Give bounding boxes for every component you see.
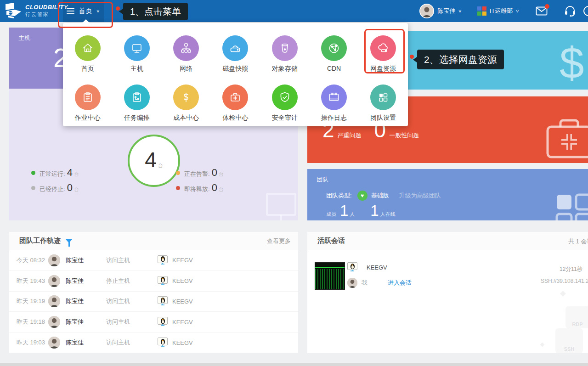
status-dot-icon [176,186,180,190]
brand-name: CLOUDBILITY [25,4,68,11]
sparkle-decoration [540,343,545,347]
calendar-icon [321,84,347,110]
bottom-scrollbar[interactable] [0,363,588,366]
menu-item-cost-center[interactable]: 成本中心 [162,84,211,122]
filter-icon[interactable] [65,239,73,243]
track-time: 昨天 19:03 [9,338,45,347]
chevron-down-icon: ∨ [96,9,100,13]
brand-logo[interactable]: CLOUDBILITY 行云管家 [5,2,68,19]
menu-item-netdisk[interactable]: 网盘资源 [359,35,408,73]
support-button[interactable] [564,6,576,17]
ssh-ghost-icon: SSH [555,328,583,353]
track-action: 访问主机 [106,318,158,326]
menu-item-cdn[interactable]: CDN [309,35,358,73]
severe-issues-label: 严重问题 [338,131,362,140]
work-track-row[interactable]: 今天 08:32陈宝佳访问主机KEEGV [9,250,298,271]
main-menu-dropdown: 首页主机网络磁盘快照对象存储CDN网盘资源 作业中心任务编排成本中心体检中心安全… [63,23,408,126]
status-dot-icon [176,171,180,175]
legend-value: 0 [212,182,217,194]
host-legend-item: 正在告警:0台 [176,167,224,179]
linux-host-icon [158,317,168,327]
medkit-watermark-icon [544,115,588,161]
user-menu[interactable]: 陈宝佳 ∨ [419,4,462,18]
view-more-link[interactable]: 查看更多 [267,237,291,245]
members-label: 成员 [326,211,336,218]
track-host-name: KEEGV [172,319,193,326]
menu-item-network[interactable]: 网络 [162,35,211,73]
host-card-title: 主机 [18,34,30,42]
menu-item-operation-logs[interactable]: 操作日志 [309,84,358,122]
linux-host-icon [158,255,168,265]
track-host-name: KEEGV [172,339,193,346]
menu-item-label: 体检中心 [211,114,260,122]
legend-label: 已经停止: [40,185,65,193]
menu-item-label: 团队设置 [359,114,408,122]
chevron-down-icon: ∨ [458,9,462,13]
clipboard-list-icon [75,84,101,110]
members-value: 1 [340,202,348,220]
host-total-unit: 台 [158,162,163,169]
team-selector[interactable]: IT运维部 ∨ [477,6,519,16]
disk-snapshot-icon [222,35,248,61]
user-avatar [48,337,60,349]
menu-item-label: 操作日志 [309,114,358,122]
general-issues-label: 一般性问题 [389,131,419,140]
monitor-icon [124,35,150,61]
user-avatar [419,4,434,18]
online-unit: 人在线 [380,211,396,218]
menu-item-job-center[interactable]: 作业中心 [63,84,112,122]
menu-item-label: 网盘资源 [359,65,408,73]
legend-value: 4 [67,167,73,179]
track-host-name: KEEGV [172,277,193,284]
upgrade-team-link[interactable]: 升级为高级团队 [399,191,441,200]
track-user-name: 陈宝佳 [66,256,106,265]
session-user-name: 我 [362,279,368,287]
linux-host-icon [347,262,357,272]
track-action: 访问主机 [106,256,158,265]
sitemap-icon [173,35,199,61]
step1-callout: 1、点击菜单 [123,3,188,20]
legend-value: 0 [212,167,217,179]
main-menu-button[interactable]: 首页 ∨ [63,0,104,22]
track-time: 昨天 19:18 [9,318,45,326]
team-work-track-panel: 团队工作轨迹 查看更多 今天 08:32陈宝佳访问主机KEEGV昨天 19:43… [9,232,298,353]
online-value: 1 [370,202,379,220]
menu-item-home[interactable]: 首页 [63,35,112,73]
work-track-row[interactable]: 昨天 19:18陈宝佳访问主机KEEGV [9,312,298,332]
menu-item-disk-snapshot[interactable]: 磁盘快照 [211,35,260,73]
menu-item-object-storage[interactable]: 对象存储 [260,35,309,73]
clipboard-flow-icon [124,84,150,110]
menu-item-label: 磁盘快照 [211,65,260,73]
menu-item-health-center[interactable]: 体检中心 [211,84,260,122]
menu-item-label: 主机 [112,65,161,73]
work-track-row[interactable]: 昨天 19:19陈宝佳访问主机KEEGV [9,292,298,312]
menu-item-security-audit[interactable]: 安全审计 [260,84,309,122]
enter-session-link[interactable]: 进入会话 [388,279,412,287]
chevron-down-icon: ∨ [515,9,520,13]
track-time: 今天 08:32 [9,256,45,265]
session-address: SSH://39.108.141.220:2 [541,278,588,284]
menu-item-task-orchestration[interactable]: 任务编排 [112,84,161,122]
team-card-title: 团队 [317,175,328,184]
work-track-row[interactable]: 昨天 19:03陈宝佳访问主机KEEGV [9,332,298,353]
menu-item-team-settings[interactable]: 团队设置 [359,84,408,122]
shield-check-icon [272,84,298,110]
track-user-name: 陈宝佳 [66,277,106,285]
home-icon [75,35,101,61]
linux-host-icon [158,296,168,306]
menu-item-label: 首页 [63,65,112,73]
messages-button[interactable] [536,6,548,16]
host-legend-item: 正常运行:4台 [31,167,79,179]
session-thumbnail[interactable] [315,262,345,290]
session-count: 共 1 会话 [568,237,588,246]
track-host-name: KEEGV [172,298,193,305]
menu-item-hosts[interactable]: 主机 [112,35,161,73]
user-avatar [48,275,60,287]
work-track-title: 团队工作轨迹 [19,236,61,245]
work-track-row[interactable]: 昨天 19:43陈宝佳停止主机KEEGV [9,271,298,292]
brand-subtitle: 行云管家 [25,11,68,18]
session-duration: 12分11秒 [560,265,582,273]
track-user-name: 陈宝佳 [66,297,106,305]
top-navigation-bar: CLOUDBILITY 行云管家 首页 ∨ 陈宝佳 ∨ IT运维部 ∨ [0,0,588,22]
legend-unit: 台 [74,186,79,193]
